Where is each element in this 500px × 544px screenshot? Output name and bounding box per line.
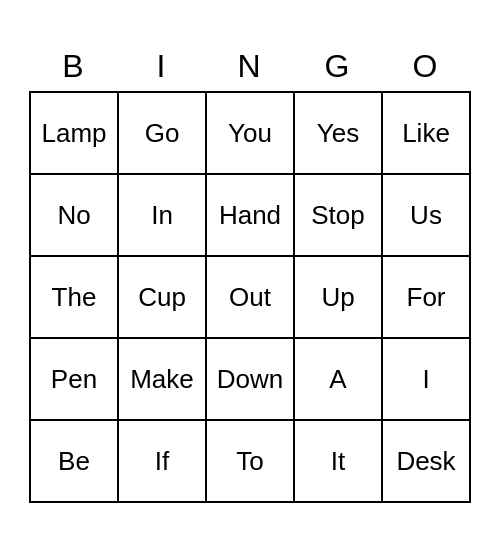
bingo-row-1: NoInHandStopUs [31, 175, 471, 257]
bingo-cell-0-0[interactable]: Lamp [31, 93, 119, 175]
header-cell-g: G [293, 41, 381, 91]
bingo-header: BINGO [29, 41, 471, 91]
header-cell-i: I [117, 41, 205, 91]
header-cell-b: B [29, 41, 117, 91]
bingo-cell-1-3[interactable]: Stop [295, 175, 383, 257]
bingo-cell-3-2[interactable]: Down [207, 339, 295, 421]
bingo-cell-0-3[interactable]: Yes [295, 93, 383, 175]
bingo-cell-4-4[interactable]: Desk [383, 421, 471, 503]
header-cell-o: O [381, 41, 469, 91]
bingo-cell-0-1[interactable]: Go [119, 93, 207, 175]
header-cell-n: N [205, 41, 293, 91]
bingo-cell-3-3[interactable]: A [295, 339, 383, 421]
bingo-cell-4-3[interactable]: It [295, 421, 383, 503]
bingo-row-2: TheCupOutUpFor [31, 257, 471, 339]
bingo-cell-4-1[interactable]: If [119, 421, 207, 503]
bingo-cell-2-1[interactable]: Cup [119, 257, 207, 339]
bingo-cell-0-4[interactable]: Like [383, 93, 471, 175]
bingo-cell-1-1[interactable]: In [119, 175, 207, 257]
bingo-cell-2-3[interactable]: Up [295, 257, 383, 339]
bingo-cell-2-0[interactable]: The [31, 257, 119, 339]
bingo-row-0: LampGoYouYesLike [31, 93, 471, 175]
bingo-cell-0-2[interactable]: You [207, 93, 295, 175]
bingo-cell-3-0[interactable]: Pen [31, 339, 119, 421]
bingo-cell-2-2[interactable]: Out [207, 257, 295, 339]
bingo-cell-1-2[interactable]: Hand [207, 175, 295, 257]
bingo-card: BINGO LampGoYouYesLikeNoInHandStopUsTheC… [29, 41, 471, 503]
bingo-cell-1-0[interactable]: No [31, 175, 119, 257]
bingo-row-4: BeIfToItDesk [31, 421, 471, 503]
bingo-cell-3-1[interactable]: Make [119, 339, 207, 421]
bingo-cell-2-4[interactable]: For [383, 257, 471, 339]
bingo-cell-4-2[interactable]: To [207, 421, 295, 503]
bingo-cell-3-4[interactable]: I [383, 339, 471, 421]
bingo-cell-1-4[interactable]: Us [383, 175, 471, 257]
bingo-grid: LampGoYouYesLikeNoInHandStopUsTheCupOutU… [29, 91, 471, 503]
bingo-cell-4-0[interactable]: Be [31, 421, 119, 503]
bingo-row-3: PenMakeDownAI [31, 339, 471, 421]
